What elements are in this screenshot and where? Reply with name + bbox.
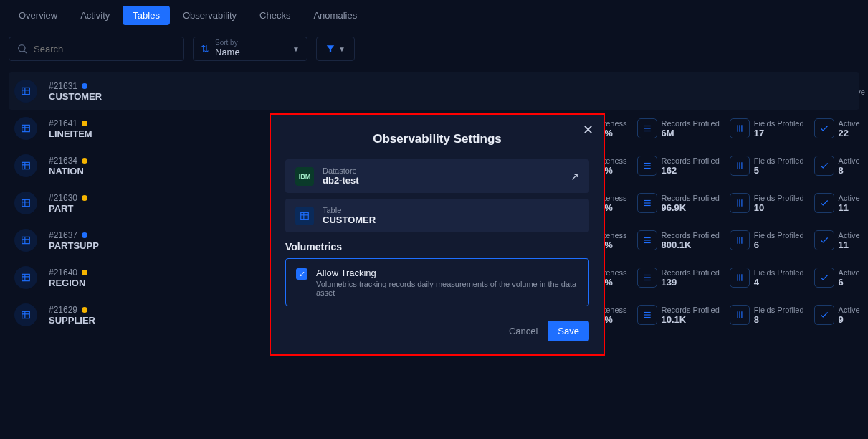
- table-icon: [14, 154, 37, 177]
- save-button[interactable]: Save: [548, 321, 589, 341]
- allow-tracking-checkbox[interactable]: ✓: [296, 268, 307, 280]
- table-row[interactable]: #21631 CUSTOMER: [9, 72, 859, 110]
- active-icon: [814, 156, 834, 176]
- row-stats: eteness8% Records Profiled6M Fields Prof…: [596, 118, 863, 138]
- records-icon: [637, 193, 657, 213]
- active-icon: [814, 118, 834, 138]
- table-name: CUSTOMER: [49, 91, 854, 102]
- allow-tracking-option[interactable]: ✓ Allow Tracking Volumetrics tracking re…: [285, 258, 589, 306]
- svg-rect-12: [22, 125, 30, 131]
- svg-rect-9: [22, 88, 30, 94]
- fields-icon: [730, 305, 750, 325]
- row-stats: eteness8% Records Profiled96.9K Fields P…: [596, 193, 863, 213]
- tab-overview[interactable]: Overview: [9, 6, 67, 25]
- search-input[interactable]: [34, 44, 176, 55]
- records-icon: [637, 305, 657, 325]
- tab-checks[interactable]: Checks: [249, 6, 300, 25]
- svg-rect-57: [22, 311, 30, 318]
- active-icon: [814, 193, 834, 213]
- table-card: Table CUSTOMER: [285, 199, 589, 232]
- tab-observability[interactable]: Observability: [173, 6, 247, 25]
- svg-line-1: [24, 51, 27, 53]
- row-stats: eteness5% Records Profiled800.1K Fields …: [596, 230, 863, 250]
- active-icon: [814, 230, 834, 250]
- fields-icon: [730, 156, 750, 176]
- svg-rect-30: [22, 199, 30, 206]
- db2-icon: IBM: [295, 167, 314, 186]
- active-icon: [814, 305, 834, 325]
- datastore-label: Datastore: [323, 166, 359, 175]
- records-icon: [637, 268, 657, 288]
- row-stats: eteness3% Records Profiled162 Fields Pro…: [596, 156, 863, 176]
- table-icon: [295, 207, 314, 225]
- chevron-down-icon: ▼: [338, 45, 345, 53]
- chevron-down-icon: ▼: [292, 45, 300, 53]
- fields-icon: [730, 118, 750, 138]
- table-icon: [14, 229, 37, 252]
- allow-tracking-desc: Volumetrics tracking records daily measu…: [316, 280, 578, 297]
- status-dot: [82, 232, 87, 238]
- records-icon: [637, 156, 657, 176]
- filter-button[interactable]: ▼: [316, 37, 355, 61]
- table-icon: [14, 80, 37, 103]
- status-dot: [82, 307, 87, 313]
- records-icon: [637, 118, 657, 138]
- sort-icon: ⇅: [201, 43, 209, 55]
- records-icon: [637, 230, 657, 250]
- datastore-value: db2-test: [323, 175, 359, 186]
- svg-rect-48: [22, 274, 30, 280]
- table-value: CUSTOMER: [323, 214, 376, 225]
- active-icon: [814, 268, 834, 288]
- cancel-button[interactable]: Cancel: [509, 326, 538, 336]
- status-dot: [82, 270, 87, 275]
- filter-icon: [325, 44, 335, 54]
- svg-point-0: [19, 45, 25, 52]
- tab-activity[interactable]: Activity: [70, 6, 120, 25]
- sort-label: Sort by: [215, 39, 287, 47]
- tabs-bar: Overview Activity Tables Observability C…: [0, 0, 868, 31]
- status-dot: [82, 158, 87, 164]
- sort-dropdown[interactable]: ⇅ Sort by Name ▼: [193, 37, 307, 61]
- table-icon: [14, 117, 37, 140]
- open-link-icon[interactable]: ↗: [571, 171, 579, 182]
- table-icon: [14, 192, 37, 214]
- tab-tables[interactable]: Tables: [123, 6, 170, 25]
- modal-title: Observability Settings: [285, 132, 589, 146]
- search-box[interactable]: [9, 37, 184, 61]
- table-icon: [14, 266, 37, 289]
- status-dot: [82, 121, 87, 126]
- table-id: #21631: [49, 81, 854, 91]
- fields-icon: [730, 193, 750, 213]
- table-icon: [14, 303, 37, 326]
- svg-rect-21: [22, 162, 30, 169]
- datastore-card[interactable]: IBM Datastore db2-test ↗: [285, 159, 589, 193]
- close-button[interactable]: ✕: [583, 122, 593, 138]
- status-dot: [82, 195, 87, 201]
- svg-rect-66: [301, 212, 309, 219]
- status-dot: [82, 83, 87, 89]
- table-label: Table: [323, 206, 376, 214]
- sort-value: Name: [215, 47, 287, 58]
- tab-anomalies[interactable]: Anomalies: [303, 6, 367, 25]
- fields-icon: [730, 230, 750, 250]
- allow-tracking-label: Allow Tracking: [316, 268, 578, 278]
- svg-rect-39: [22, 237, 30, 243]
- observability-settings-modal: ✕ Observability Settings IBM Datastore d…: [270, 113, 605, 356]
- toolbar: ⇅ Sort by Name ▼ ▼: [0, 31, 868, 72]
- search-icon: [16, 43, 28, 55]
- row-stats: eteness1% Records Profiled139 Fields Pro…: [596, 268, 863, 288]
- row-stats: eteness2% Records Profiled10.1K Fields P…: [596, 305, 863, 325]
- volumetrics-title: Volumetrics: [285, 241, 589, 252]
- fields-icon: [730, 268, 750, 288]
